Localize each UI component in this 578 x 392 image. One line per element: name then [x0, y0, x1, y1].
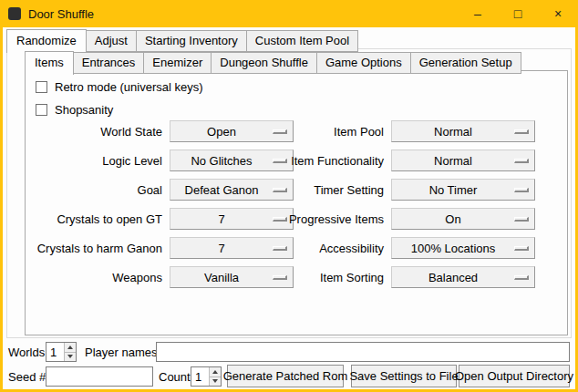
app-icon	[8, 7, 21, 20]
worlds-label: Worlds	[8, 342, 45, 362]
retro-mode-checkbox[interactable]	[36, 81, 47, 93]
seed-label: Seed #	[8, 366, 46, 387]
generate-patched-rom-button[interactable]: Generate Patched Rom	[227, 365, 344, 387]
item-pool-row: Item Pool Normal	[246, 120, 535, 142]
timer-setting-value: No Timer	[392, 183, 514, 197]
dropdown-indicator-icon	[514, 159, 529, 163]
item-functionality-value: Normal	[392, 154, 514, 168]
count-value: 1	[191, 367, 209, 386]
item-functionality-row: Item Functionality Normal	[246, 150, 535, 171]
seed-input[interactable]	[46, 366, 153, 387]
item-sorting-row: Item Sorting Balanced	[246, 266, 535, 288]
open-output-directory-button[interactable]: Open Output Directory	[459, 365, 570, 387]
tab-dungeon-shuffle[interactable]: Dungeon Shuffle	[212, 52, 317, 74]
player-names-label: Player names	[85, 342, 157, 362]
inner-tab-strip: Items Entrances Enemizer Dungeon Shuffle…	[25, 51, 521, 74]
tab-randomize[interactable]: Randomize	[6, 29, 87, 53]
shopsanity-label: Shopsanity	[55, 103, 113, 117]
tab-entrances[interactable]: Entrances	[74, 52, 145, 74]
tab-generation-setup[interactable]: Generation Setup	[411, 52, 521, 74]
tab-starting-inventory[interactable]: Starting Inventory	[137, 30, 247, 52]
player-names-input[interactable]	[156, 342, 570, 362]
tab-game-options[interactable]: Game Options	[317, 52, 411, 74]
spin-down-icon[interactable]	[65, 353, 76, 362]
accessibility-dropdown[interactable]: 100% Locations	[391, 237, 535, 259]
titlebar: Door Shuffle – □ ×	[0, 0, 578, 27]
maximize-button[interactable]: □	[498, 0, 538, 27]
dropdown-indicator-icon	[514, 217, 529, 222]
worlds-spin-arrows	[64, 343, 76, 361]
logic-level-label: Logic Level	[26, 154, 170, 168]
progressive-items-dropdown[interactable]: On	[391, 208, 535, 230]
accessibility-label: Accessibility	[246, 242, 391, 255]
spin-down-icon[interactable]	[210, 377, 221, 387]
crystals-ganon-label: Crystals to harm Ganon	[26, 242, 170, 255]
progressive-items-value: On	[392, 212, 514, 226]
dropdown-indicator-icon	[514, 275, 529, 280]
worlds-spinbox[interactable]: 1	[46, 342, 77, 362]
worlds-value: 1	[46, 343, 64, 361]
tab-enemizer[interactable]: Enemizer	[144, 52, 212, 74]
count-spin-arrows	[209, 367, 221, 386]
tab-adjust[interactable]: Adjust	[87, 30, 137, 52]
progressive-items-label: Progressive Items	[246, 212, 391, 226]
spin-up-icon[interactable]	[210, 367, 221, 377]
progressive-items-row: Progressive Items On	[246, 208, 535, 230]
item-pool-dropdown[interactable]: Normal	[391, 120, 535, 142]
dropdown-indicator-icon	[514, 129, 529, 134]
items-tab-panel: Retro mode (universal keys) Shopsanity W…	[25, 70, 568, 335]
item-sorting-value: Balanced	[392, 271, 514, 284]
weapons-label: Weapons	[26, 271, 170, 284]
item-pool-value: Normal	[392, 125, 514, 139]
window-title: Door Shuffle	[28, 7, 94, 21]
save-settings-button[interactable]: Save Settings to File	[351, 365, 457, 387]
goal-label: Goal	[26, 183, 170, 197]
timer-setting-row: Timer Setting No Timer	[246, 179, 535, 201]
shopsanity-checkbox-row: Shopsanity	[36, 102, 113, 117]
accessibility-value: 100% Locations	[392, 242, 514, 255]
retro-mode-checkbox-row: Retro mode (universal keys)	[36, 79, 203, 94]
timer-setting-label: Timer Setting	[246, 183, 391, 197]
tab-items[interactable]: Items	[25, 51, 74, 75]
item-functionality-dropdown[interactable]: Normal	[391, 150, 535, 171]
app-window: Door Shuffle – □ × Randomize Adjust Star…	[0, 0, 578, 392]
retro-mode-label: Retro mode (universal keys)	[55, 80, 203, 94]
window-controls: – □ ×	[458, 0, 578, 27]
minimize-button[interactable]: –	[458, 0, 498, 27]
tab-custom-item-pool[interactable]: Custom Item Pool	[247, 30, 358, 52]
count-label: Count	[159, 366, 191, 387]
timer-setting-dropdown[interactable]: No Timer	[391, 179, 535, 201]
window-content: Randomize Adjust Starting Inventory Cust…	[3, 27, 575, 389]
close-button[interactable]: ×	[538, 0, 578, 27]
item-functionality-label: Item Functionality	[246, 154, 391, 168]
item-pool-label: Item Pool	[246, 125, 391, 139]
accessibility-row: Accessibility 100% Locations	[246, 237, 535, 259]
dropdown-indicator-icon	[514, 246, 529, 251]
outer-tab-strip: Randomize Adjust Starting Inventory Cust…	[6, 29, 358, 52]
shopsanity-checkbox[interactable]	[36, 104, 47, 116]
item-sorting-label: Item Sorting	[246, 271, 391, 284]
item-sorting-dropdown[interactable]: Balanced	[391, 266, 535, 288]
world-state-label: World State	[26, 125, 170, 139]
spin-up-icon[interactable]	[65, 343, 76, 353]
crystals-gt-label: Crystals to open GT	[26, 212, 170, 226]
count-spinbox[interactable]: 1	[191, 366, 222, 387]
dropdown-indicator-icon	[514, 188, 529, 192]
